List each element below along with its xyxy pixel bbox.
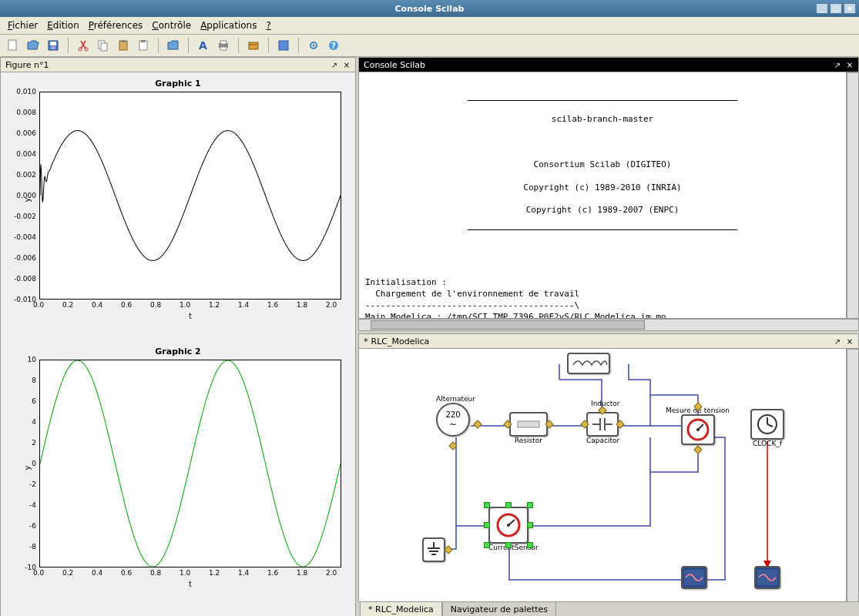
xcos-undock-icon[interactable]: ↗ [832, 336, 843, 346]
resistor-label: Resistor [509, 437, 548, 444]
console-close-icon[interactable]: × [844, 59, 855, 70]
menu-edition[interactable]: Edition [44, 18, 82, 32]
window-titlebar: Console Scilab _ □ × [0, 0, 859, 17]
xcos-canvas[interactable]: Alternateur 220 ~ Resistor [358, 349, 847, 602]
console-banner-3: Copyright (c) 1989-2010 (INRIA) [427, 182, 778, 194]
console-banner-1: scilab-branch-master [427, 114, 778, 126]
figure-title-text: Figure n°1 [5, 60, 49, 70]
chart-1-title: Graphic 1 [7, 79, 349, 89]
menu-fichier[interactable]: Fichier [5, 18, 41, 32]
menu-applications[interactable]: Applications [197, 18, 260, 32]
block-currentsensor[interactable]: CurrentSensor [488, 507, 539, 551]
menu-controle[interactable]: Contrôle [149, 18, 194, 32]
block-scope-2[interactable] [754, 566, 780, 589]
package-icon[interactable] [245, 37, 262, 54]
app1-icon[interactable] [275, 37, 292, 54]
svg-rect-7 [101, 43, 107, 51]
xcos-tabs: * RLC_Modelica Navigateur de palettes [358, 602, 859, 616]
svg-rect-2 [50, 42, 56, 45]
print-icon[interactable] [215, 37, 232, 54]
paste-icon[interactable] [115, 37, 132, 54]
maximize-button[interactable]: □ [830, 3, 842, 14]
capacitor-label: Capacitor [586, 437, 619, 444]
chart-1-plot [39, 92, 341, 300]
open-icon[interactable] [25, 37, 42, 54]
svg-point-25 [696, 428, 700, 431]
figure-body: Graphic 1 y -0.010-0.008-0.006-0.004-0.0… [0, 72, 356, 616]
font-icon[interactable]: A [195, 37, 212, 54]
window-title: Console Scilab [395, 4, 465, 14]
chart-2-plot [39, 360, 341, 567]
chart-1-xlabel: t [189, 312, 192, 320]
figure-panel-title: Figure n°1 ↗ × [0, 57, 356, 72]
folder-icon[interactable] [165, 37, 182, 54]
menu-preferences[interactable]: Préférences [86, 18, 146, 32]
svg-point-19 [313, 45, 315, 47]
svg-rect-16 [249, 42, 258, 49]
close-button[interactable]: × [844, 3, 856, 14]
svg-rect-15 [220, 47, 226, 50]
tab-palettes[interactable]: Navigateur de palettes [442, 602, 556, 616]
console-banner-2: Consortium Scilab (DIGITEO) [427, 159, 778, 171]
alternateur-value: 220 [445, 410, 460, 419]
block-resistor[interactable]: Resistor [509, 412, 548, 444]
svg-point-4 [79, 48, 82, 51]
alternateur-sym: ~ [449, 419, 457, 430]
console-undock-icon[interactable]: ↗ [832, 59, 843, 70]
svg-rect-11 [141, 40, 146, 42]
svg-rect-17 [279, 41, 288, 50]
svg-rect-23 [518, 421, 539, 427]
help-icon[interactable]: ? [325, 37, 342, 54]
svg-text:?: ? [331, 42, 336, 50]
chart-2-title: Graphic 2 [7, 346, 349, 357]
console-body[interactable]: scilab-branch-master Consortium Scilab (… [358, 72, 847, 319]
tab-rlc[interactable]: * RLC_Modelica [360, 602, 442, 616]
chart-1: Graphic 1 y -0.010-0.008-0.006-0.004-0.0… [7, 79, 349, 325]
block-scope[interactable] [681, 566, 707, 589]
menu-help[interactable]: ? [263, 18, 273, 32]
console-banner-4: Copyright (c) 1989-2007 (ENPC) [427, 205, 778, 216]
clipboard-icon[interactable] [135, 37, 152, 54]
svg-text:A: A [199, 39, 207, 52]
figure-close-icon[interactable]: × [341, 59, 352, 70]
chart-2: Graphic 2 y -10-8-6-4-20246810 0.00.20.4… [7, 346, 349, 593]
block-capacitor[interactable]: Inductor Capacitor [586, 412, 619, 444]
toolbar: A ? [0, 35, 859, 57]
copy-icon[interactable] [95, 37, 112, 54]
console-vscroll[interactable] [847, 72, 859, 319]
new-file-icon[interactable] [5, 37, 22, 54]
xcos-panel-title: * RLC_Modelica ↗ × [358, 333, 859, 349]
chart-2-xlabel: t [189, 580, 192, 588]
xcos-vscroll[interactable] [847, 349, 859, 602]
minimize-button[interactable]: _ [816, 3, 828, 14]
menubar: Fichier Edition Préférences Contrôle App… [0, 17, 859, 35]
xcos-title-text: RLC_Modelica [371, 336, 430, 346]
block-clock[interactable]: CLOCK_f [750, 409, 784, 447]
block-voltmeter[interactable]: Mesure de tension [681, 407, 730, 445]
console-output: Initialisation : Chargement de l'environ… [365, 277, 840, 319]
svg-rect-3 [51, 46, 55, 49]
figure-undock-icon[interactable]: ↗ [329, 59, 340, 70]
svg-rect-14 [220, 41, 226, 44]
xcos-close-icon[interactable]: × [844, 336, 855, 346]
console-hscroll[interactable] [358, 319, 859, 331]
svg-point-5 [85, 48, 88, 51]
save-icon[interactable] [45, 37, 62, 54]
gear-icon[interactable] [305, 37, 322, 54]
alternateur-label: Alternateur [436, 395, 475, 403]
svg-point-28 [507, 524, 510, 527]
cut-icon[interactable] [75, 37, 92, 54]
block-alternateur[interactable]: Alternateur 220 ~ [436, 395, 475, 437]
svg-rect-9 [121, 40, 126, 42]
console-title-text: Console Scilab [364, 60, 425, 70]
block-ground[interactable] [422, 537, 445, 562]
block-inductor-coil[interactable] [567, 353, 610, 377]
console-panel-title: Console Scilab ↗ × [358, 57, 859, 72]
clock-label: CLOCK_f [750, 440, 784, 447]
inductor-label: Inductor [591, 400, 619, 407]
xcos-modified-icon: * [364, 336, 368, 346]
